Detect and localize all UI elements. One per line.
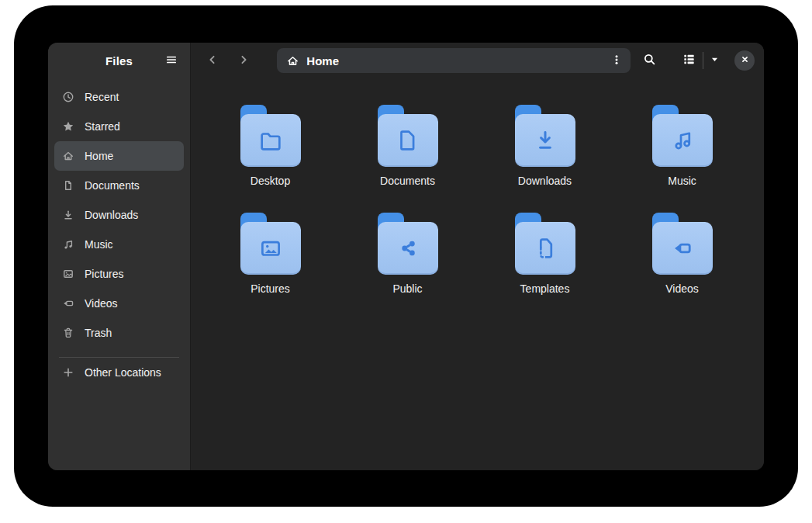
- folder-label: Downloads: [518, 175, 572, 187]
- chevron-down-icon: [710, 54, 720, 67]
- folder-documents[interactable]: Documents: [339, 105, 476, 187]
- folder-emblem-icon: [257, 127, 284, 154]
- sidebar-item-videos[interactable]: Videos: [54, 289, 184, 318]
- chevron-left-icon: [206, 54, 219, 68]
- sidebar: Files Recent Starred Home Documents Down…: [48, 43, 191, 470]
- folder-label: Music: [668, 175, 696, 187]
- search-button[interactable]: [637, 47, 663, 74]
- sidebar-item-other-locations[interactable]: Other Locations: [54, 358, 184, 387]
- sidebar-item-label: Downloads: [85, 209, 138, 221]
- sidebar-item-label: Music: [85, 238, 113, 251]
- sidebar-item-trash[interactable]: Trash: [54, 318, 184, 348]
- plus-icon: [62, 366, 74, 379]
- sidebar-item-label: Videos: [85, 297, 118, 310]
- folder-menu-button[interactable]: [603, 48, 631, 73]
- folder-label: Pictures: [251, 282, 290, 295]
- folder-icon: [652, 105, 713, 167]
- share-emblem-icon: [395, 235, 421, 262]
- folder-icon: [378, 105, 438, 167]
- file-browser-content: Desktop Documents Downloads Music Pictur…: [191, 78, 764, 470]
- folder-label: Videos: [665, 282, 699, 295]
- document-icon: [62, 179, 74, 192]
- folder-icon: [652, 213, 713, 275]
- home-icon: [286, 54, 299, 68]
- image-icon: [62, 268, 74, 280]
- music-icon: [62, 238, 74, 251]
- folder-music[interactable]: Music: [613, 105, 751, 187]
- folder-icon: [378, 213, 438, 275]
- back-button[interactable]: [200, 48, 225, 73]
- folder-icon: [515, 105, 575, 167]
- sidebar-item-label: Other Locations: [85, 366, 161, 379]
- folder-label: Templates: [520, 282, 570, 295]
- sidebar-item-label: Recent: [85, 91, 119, 103]
- list-view-button[interactable]: [675, 47, 703, 74]
- folder-label: Public: [392, 282, 422, 295]
- path-label: Home: [306, 55, 339, 67]
- starred-icon: [62, 120, 74, 133]
- sidebar-item-label: Pictures: [85, 268, 124, 280]
- download-emblem-icon: [532, 127, 558, 154]
- app-title: Files: [105, 54, 133, 68]
- sidebar-item-music[interactable]: Music: [54, 230, 184, 259]
- sidebar-item-label: Trash: [85, 327, 112, 339]
- sidebar-item-recent[interactable]: Recent: [54, 82, 184, 112]
- home-icon: [62, 150, 74, 162]
- view-options-dropdown-button[interactable]: [703, 47, 725, 74]
- sidebar-header: Files: [48, 43, 190, 78]
- document-emblem-icon: [395, 127, 421, 154]
- sidebar-item-label: Home: [85, 150, 113, 162]
- trash-icon: [62, 327, 74, 339]
- folder-label: Documents: [380, 175, 435, 187]
- folder-grid: Desktop Documents Downloads Music Pictur…: [202, 105, 751, 295]
- search-icon: [643, 53, 656, 68]
- toolbar: Home: [191, 43, 764, 78]
- sidebar-bottom: Other Locations: [48, 357, 190, 387]
- list-view-icon: [682, 53, 696, 68]
- folder-desktop[interactable]: Desktop: [202, 105, 339, 187]
- template-emblem-icon: [532, 235, 558, 262]
- path-bar[interactable]: Home: [277, 48, 630, 73]
- files-window: Files Recent Starred Home Documents Down…: [48, 43, 764, 470]
- folder-videos[interactable]: Videos: [613, 213, 751, 295]
- close-window-button[interactable]: [734, 50, 755, 71]
- sidebar-item-documents[interactable]: Documents: [54, 171, 184, 200]
- folder-icon: [515, 213, 575, 275]
- main-menu-button[interactable]: [160, 49, 183, 72]
- window-shadow: Files Recent Starred Home Documents Down…: [14, 5, 798, 507]
- folder-label: Desktop: [251, 175, 290, 187]
- sidebar-list: Recent Starred Home Documents Downloads …: [48, 78, 190, 348]
- sidebar-item-label: Starred: [85, 120, 120, 133]
- forward-button[interactable]: [231, 48, 256, 73]
- download-icon: [62, 209, 74, 221]
- image-emblem-icon: [257, 235, 284, 262]
- kebab-menu-icon: [610, 54, 623, 68]
- view-toggle-split-button: [675, 47, 725, 74]
- folder-icon: [240, 213, 301, 275]
- sidebar-item-home[interactable]: Home: [54, 141, 184, 171]
- main-pane: Home: [191, 43, 764, 470]
- video-emblem-icon: [669, 235, 696, 262]
- sidebar-item-pictures[interactable]: Pictures: [54, 259, 184, 289]
- close-icon: [740, 54, 750, 67]
- sidebar-item-starred[interactable]: Starred: [54, 112, 184, 141]
- folder-icon: [240, 105, 301, 167]
- chevron-right-icon: [237, 54, 250, 68]
- folder-downloads[interactable]: Downloads: [476, 105, 613, 187]
- sidebar-item-downloads[interactable]: Downloads: [54, 200, 184, 230]
- folder-pictures[interactable]: Pictures: [202, 213, 339, 295]
- music-emblem-icon: [669, 127, 696, 154]
- sidebar-item-label: Documents: [85, 179, 140, 192]
- folder-templates[interactable]: Templates: [476, 213, 613, 295]
- recent-icon: [62, 91, 74, 103]
- folder-public[interactable]: Public: [339, 213, 476, 295]
- hamburger-menu-icon: [165, 54, 178, 68]
- video-icon: [62, 297, 74, 310]
